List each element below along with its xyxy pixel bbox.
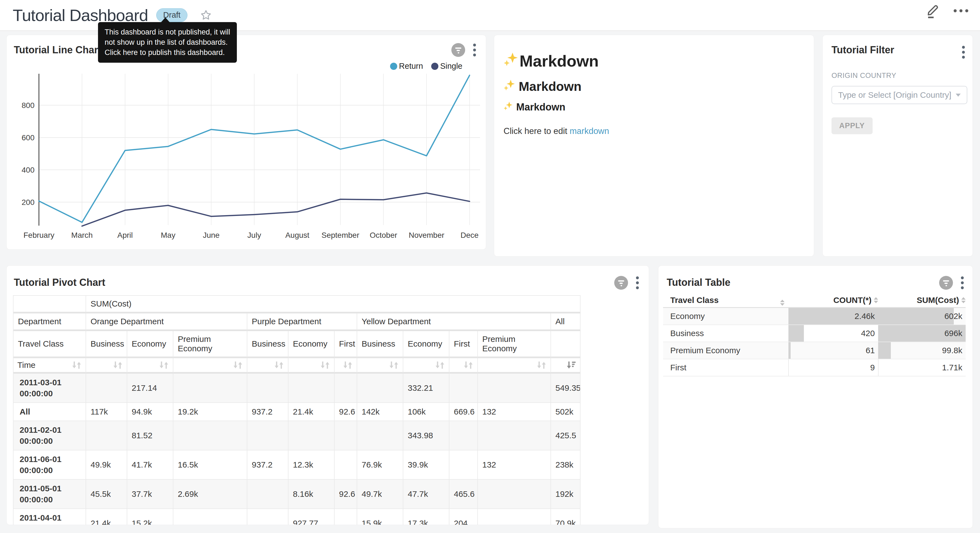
pivot-cell: 238k: [551, 450, 581, 480]
markdown-h2: Markdown: [504, 79, 804, 94]
x-tick-label: October: [370, 231, 397, 239]
table-row: First91.71k: [663, 359, 966, 377]
pivot-col-header: [551, 331, 581, 358]
pivot-cell: [247, 509, 288, 525]
pivot-cell: [334, 450, 357, 480]
pivot-cell: [449, 450, 478, 480]
pivot-cell: [478, 509, 551, 525]
pivot-cell: 937.2: [247, 403, 288, 421]
cell-sum: 99.8k: [878, 342, 966, 359]
sort-icon[interactable]: [72, 361, 82, 370]
table-title: Tutorial Table: [667, 277, 730, 288]
legend-item-return[interactable]: Return: [390, 62, 423, 71]
sort-icon[interactable]: [343, 361, 353, 370]
tooltip-line: Click here to publish this dashboard.: [105, 48, 230, 58]
sort-icon[interactable]: [463, 361, 473, 370]
cell-count: 420: [788, 325, 878, 342]
pivot-cell: 47.7k: [403, 480, 449, 509]
panel-pivot-chart: Tutorial Pivot Chart SUM(Cost)Department…: [6, 265, 649, 525]
cell-travel-class: Economy: [663, 308, 788, 324]
y-tick-label: 200: [22, 198, 35, 207]
pivot-group-header: Orange Department: [86, 313, 247, 331]
pivot-dim-label: Travel Class: [14, 331, 86, 358]
pivot-cell: [173, 421, 247, 450]
pivot-cell: [357, 373, 403, 403]
pivot-dim-label: Department: [14, 313, 86, 331]
sort-icon[interactable]: [320, 361, 330, 370]
pivot-col-header: Business: [86, 331, 127, 358]
pivot-cell: [357, 421, 403, 450]
col-header-count[interactable]: COUNT(*): [788, 295, 878, 305]
pivot-cell: 937.2: [247, 450, 288, 480]
markdown-h1: Markdown: [504, 52, 804, 70]
pivot-row: 2011-02-0100:00:0081.52343.98425.5: [14, 421, 581, 450]
pivot-row-label: 2011-06-0100:00:00: [14, 450, 86, 480]
more-options-icon[interactable]: [952, 8, 969, 14]
sort-desc-icon[interactable]: [566, 361, 576, 370]
cell-travel-class: Business: [663, 325, 788, 342]
pivot-cell: 927.77: [288, 509, 334, 525]
pivot-row-label: 2011-04-0100:00:00: [14, 509, 86, 525]
pivot-cell: [449, 373, 478, 403]
pivot-cell: 39.9k: [403, 450, 449, 480]
pivot-cell: 502k: [551, 403, 581, 421]
sort-icon[interactable]: [233, 361, 243, 370]
pivot-col-header: First: [334, 331, 357, 358]
applied-filters-icon[interactable]: [451, 43, 465, 58]
sort-caret-icon[interactable]: [961, 297, 966, 303]
draft-tooltip: This dashboard is not published, it will…: [98, 22, 237, 63]
kebab-menu-icon[interactable]: [960, 276, 964, 291]
pivot-group-header: Purple Department: [247, 313, 357, 331]
sort-icon[interactable]: [159, 361, 169, 370]
data-bar: [878, 342, 891, 359]
sort-icon[interactable]: [536, 361, 547, 370]
x-tick-label: September: [321, 231, 360, 239]
pivot-col-header: First: [449, 331, 478, 358]
pivot-cell: 92.6: [334, 480, 357, 509]
chart-title: Tutorial Line Chart: [14, 44, 101, 56]
sort-icon[interactable]: [389, 361, 399, 370]
pivot-cell: [247, 421, 288, 450]
pivot-cell: 49.7k: [357, 480, 403, 509]
origin-country-select[interactable]: Type or Select [Origin Country]: [832, 86, 967, 104]
sort-icon[interactable]: [435, 361, 445, 370]
pivot-cell: [334, 509, 357, 525]
pivot-cell: 94.9k: [127, 403, 173, 421]
applied-filters-icon[interactable]: [614, 276, 628, 291]
data-bar: [788, 359, 789, 376]
pivot-cell: 70.9k: [551, 509, 581, 525]
pivot-row-dim-label: Time: [18, 361, 36, 370]
sparkles-icon: [504, 52, 519, 70]
x-tick-label: May: [161, 231, 176, 239]
data-bar: [788, 325, 804, 342]
kebab-menu-icon[interactable]: [635, 276, 640, 291]
pivot-cell: 2.69k: [173, 480, 247, 509]
pivot-cell: 217.14: [127, 373, 173, 403]
x-tick-label: March: [71, 231, 93, 239]
pivot-row: 2011-05-0100:00:0045.5k37.7k2.69k8.16k92…: [14, 480, 581, 509]
col-header-travel-class[interactable]: Travel Class: [663, 295, 788, 306]
favorite-star-icon[interactable]: [200, 9, 212, 22]
sort-caret-icon[interactable]: [874, 297, 878, 303]
pivot-cell: 204: [449, 509, 478, 525]
panel-line-chart: 200400600800FebruaryMarchAprilMayJuneJul…: [6, 35, 486, 250]
col-header-sum[interactable]: SUM(Cost): [878, 295, 966, 305]
kebab-menu-icon[interactable]: [961, 45, 966, 61]
pivot-cell: 12.3k: [288, 450, 334, 480]
pivot-cell: 15.9k: [357, 509, 403, 525]
pivot-cell: 549.35: [551, 373, 581, 403]
apply-button[interactable]: APPLY: [832, 117, 873, 134]
sort-icon[interactable]: [113, 361, 123, 370]
markdown-edit-link[interactable]: markdown: [570, 126, 609, 136]
pivot-cell: [288, 373, 334, 403]
sort-icon[interactable]: [274, 361, 284, 370]
edit-dashboard-icon[interactable]: [925, 2, 941, 21]
kebab-menu-icon[interactable]: [473, 43, 476, 58]
pivot-cell: [334, 373, 357, 403]
pivot-cell: 76.9k: [357, 450, 403, 480]
applied-filters-icon[interactable]: [939, 276, 953, 291]
pivot-cell: 332.21: [403, 373, 449, 403]
legend-item-single[interactable]: Single: [431, 62, 462, 71]
sort-caret-icon[interactable]: [780, 300, 784, 306]
series-single: [82, 193, 469, 226]
